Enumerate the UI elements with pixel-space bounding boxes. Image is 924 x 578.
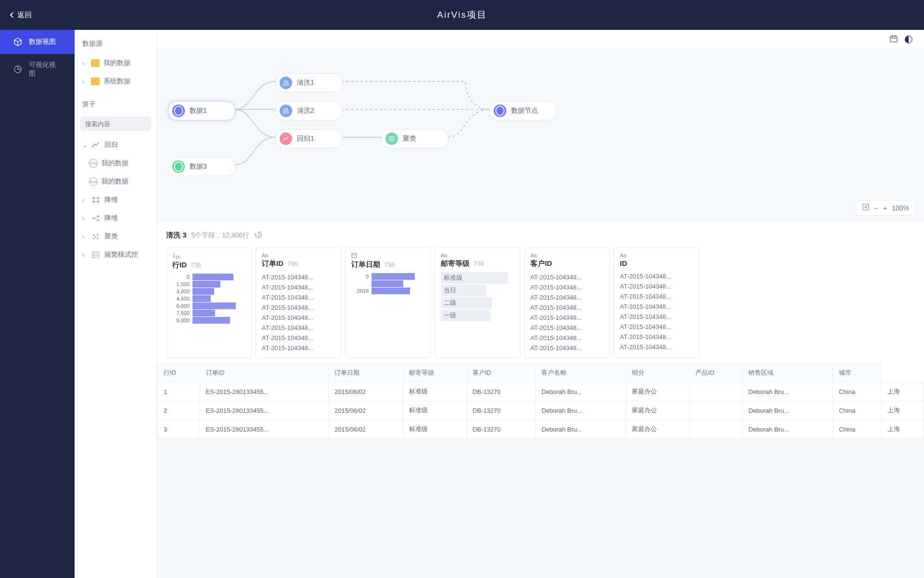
data-node-icon xyxy=(172,105,185,117)
cube-icon xyxy=(13,37,23,47)
svg-point-14 xyxy=(95,236,96,237)
data-table: 行ID订单ID订单日期邮寄等级客户ID客户名称细分产品ID销售区域城市 1ES-… xyxy=(157,363,924,439)
theme-toggle-icon[interactable] xyxy=(905,36,912,43)
back-label: 返回 xyxy=(17,11,32,20)
sidebar-item-label: 频繁模式挖 xyxy=(104,250,138,259)
table-header-cell[interactable]: 邮寄等级 xyxy=(403,364,466,382)
table-body: 1ES-2015-280133455...2015/06/02标准级DB-132… xyxy=(158,382,924,439)
zoom-in-button[interactable]: + xyxy=(883,204,887,212)
zoom-out-button[interactable]: − xyxy=(874,204,878,212)
table-header-cell[interactable]: 细分 xyxy=(626,364,690,382)
summary-meta: 5个字段，12,406行 xyxy=(192,231,250,240)
svg-rect-27 xyxy=(352,253,357,258)
node-reg1[interactable]: 回归1 xyxy=(275,129,343,148)
sidebar-subitem-dtm[interactable]: DTM 我的数据 xyxy=(86,154,152,172)
table-cell: 标准级 xyxy=(403,382,466,401)
nna-badge-icon: NNA xyxy=(89,177,98,186)
table-cell: 上海 xyxy=(882,382,924,401)
node-label: 清洗2 xyxy=(297,106,314,115)
sidebar-subitem-nna[interactable]: NNA 我的数据 xyxy=(86,172,152,191)
svg-point-2 xyxy=(92,146,93,147)
sidebar: 数据源 › 我的数据 › 系统数据 算子 ⌄ 回归 DTM 我的数据 xyxy=(75,30,157,578)
sidebar-item-regression[interactable]: ⌄ 回归 xyxy=(79,136,152,154)
sidebar-item-my-data[interactable]: › 我的数据 xyxy=(79,54,152,72)
table-header-cell[interactable]: 城市 xyxy=(833,364,882,382)
table-header-cell[interactable]: 产品ID xyxy=(690,364,743,382)
table-header-cell[interactable]: 订单ID xyxy=(200,364,328,382)
table-row[interactable]: 2ES-2015-280133455...2015/06/02标准级DB-132… xyxy=(158,401,924,420)
node-output[interactable]: 数据节点 xyxy=(489,101,557,120)
svg-point-20 xyxy=(94,255,95,256)
nav-item-data-view[interactable]: 数据视图 xyxy=(0,30,75,54)
node-label: 数据1 xyxy=(190,106,207,115)
table-header-cell[interactable]: 行ID xyxy=(158,364,200,382)
back-button[interactable]: 返回 xyxy=(0,11,32,20)
sidebar-item-system-data[interactable]: › 系统数据 xyxy=(79,72,152,91)
svg-point-19 xyxy=(97,253,98,254)
chevron-right-icon: › xyxy=(82,78,87,85)
table-cell: 3 xyxy=(158,420,200,439)
summary-card[interactable]: 123行ID73601,5003,0004,5006,0007,5009,000 xyxy=(166,247,252,358)
summary-card[interactable]: Aa订单ID736AT-2015-104348...AT-2015-104348… xyxy=(256,247,341,358)
sidebar-item-label: 我的数据 xyxy=(102,159,128,168)
search-box[interactable] xyxy=(80,117,151,131)
table-header-cell[interactable]: 销售区域 xyxy=(743,364,833,382)
table-header-cell[interactable]: 客户名称 xyxy=(536,364,626,382)
table-cell: 1 xyxy=(158,382,200,401)
table-cell: Deborah Bru... xyxy=(536,420,626,439)
chevron-right-icon: › xyxy=(82,251,87,259)
svg-point-4 xyxy=(98,143,99,144)
data-node-icon xyxy=(172,160,185,173)
cluster-node-icon xyxy=(385,132,398,145)
dtm-badge-icon: DTM xyxy=(89,159,98,168)
sidebar-item-cluster[interactable]: › 聚类 xyxy=(79,227,152,246)
sidebar-item-label: 我的数据 xyxy=(102,177,128,186)
summary-card[interactable]: Aa客户IDAT-2015-104348...AT-2015-104348...… xyxy=(524,247,610,358)
sidebar-item-fpm[interactable]: › 频繁模式挖 xyxy=(79,246,152,264)
table-cell: 2015/06/02 xyxy=(328,382,403,401)
svg-point-16 xyxy=(97,238,98,239)
summary-card[interactable]: 订单日期73602018 xyxy=(345,247,431,358)
table-cell xyxy=(690,401,743,420)
node-label: 数据节点 xyxy=(511,106,538,115)
table-header-cell[interactable]: 客户ID xyxy=(466,364,535,382)
svg-point-24 xyxy=(391,138,393,140)
node-data3[interactable]: 数据3 xyxy=(168,157,235,176)
table-header-cell[interactable]: 订单日期 xyxy=(328,364,403,382)
table-cell: Deborah Bru... xyxy=(743,382,833,401)
nav-label: 数据视图 xyxy=(29,38,56,46)
node-clean1[interactable]: 清洗1 xyxy=(275,73,343,92)
node-data1[interactable]: 数据1 xyxy=(168,101,235,120)
table-cell: China xyxy=(833,420,882,439)
table-row[interactable]: 1ES-2015-280133455...2015/06/02标准级DB-132… xyxy=(158,382,924,401)
save-icon[interactable] xyxy=(889,34,898,45)
table-cell: ES-2015-280133455... xyxy=(200,401,328,420)
history-icon[interactable] xyxy=(254,230,263,240)
sidebar-item-dimred2[interactable]: › 降维 xyxy=(79,209,152,227)
sidebar-item-label: 聚类 xyxy=(104,232,118,241)
node-cluster[interactable]: 聚类 xyxy=(381,129,449,148)
node-clean2[interactable]: 清洗2 xyxy=(275,101,343,120)
tree-icon xyxy=(91,196,101,204)
folder-icon xyxy=(91,78,100,85)
table-cell: DB-13270 xyxy=(466,401,535,420)
svg-point-12 xyxy=(93,235,94,236)
node-label: 回归1 xyxy=(297,134,314,143)
table-row[interactable]: 3ES-2015-280133455...2015/06/02标准级DB-132… xyxy=(158,420,924,439)
app-header: 返回 AirVis项目 xyxy=(0,0,924,30)
section-title-datasource: 数据源 xyxy=(79,37,152,54)
node-label: 清洗1 xyxy=(297,79,314,87)
fit-icon[interactable] xyxy=(862,203,870,212)
regression-node-icon xyxy=(280,132,292,145)
summary-card[interactable]: Aa邮寄等级736标准级当日二级一级 xyxy=(435,247,520,358)
svg-rect-22 xyxy=(890,36,897,42)
table-cell: 家庭办公 xyxy=(626,420,690,439)
zoom-control: − + 100% xyxy=(856,200,915,216)
nav-item-viz-view[interactable]: 可视化视图 xyxy=(0,54,75,85)
summary-card[interactable]: AaIDAT-2015-104348...AT-2015-104348...AT… xyxy=(614,247,699,358)
search-input[interactable] xyxy=(85,120,157,128)
sidebar-item-dimred1[interactable]: › 降维 xyxy=(79,191,152,209)
flow-canvas[interactable]: 数据1 数据3 清洗1 清洗2 回归1 聚类 xyxy=(157,49,924,223)
table-cell: ES-2015-280133455... xyxy=(200,382,328,401)
table-cell: 上海 xyxy=(882,420,924,439)
